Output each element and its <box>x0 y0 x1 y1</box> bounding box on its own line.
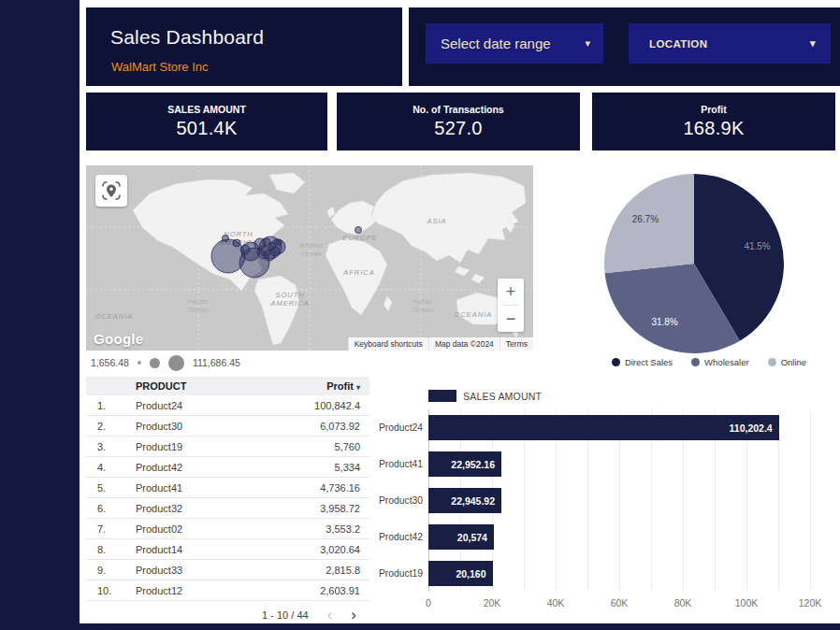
geo-bubble-map[interactable]: NORTHAMERICASOUTHAMERICAEUROPEAFRICAASIA… <box>86 165 533 351</box>
map-bubble[interactable] <box>223 236 229 242</box>
table-row[interactable]: 2.Product306,073.92 <box>86 416 369 437</box>
map-zoom-control: + − <box>498 279 524 332</box>
sort-desc-icon: ▾ <box>356 383 360 392</box>
table-row[interactable]: 5.Product414,736.16 <box>86 478 369 498</box>
x-axis-tick: 120K <box>799 597 822 609</box>
bar-row: 20,160 <box>428 555 826 592</box>
map-label-oceania: OCEANIA <box>455 310 493 319</box>
row-number: 6. <box>86 503 136 514</box>
table-row[interactable]: 6.Product323,958.72 <box>86 498 369 519</box>
google-logo[interactable]: Google <box>94 331 143 347</box>
bar-category-label: Product30 <box>379 482 426 519</box>
bar-value-label: 22,952.16 <box>451 459 495 470</box>
bar-row: 22,952.16 <box>428 446 826 482</box>
bar-category-label: Product19 <box>379 555 426 592</box>
bar-category-label: Product24 <box>379 409 426 446</box>
profit-cell: 2,815.8 <box>283 565 369 576</box>
kpi-value: 527.0 <box>434 118 483 139</box>
sales-dashboard: Sales Dashboard WalMart Store Inc Select… <box>0 0 840 630</box>
table-row[interactable]: 8.Product143,020.64 <box>86 539 369 560</box>
row-number: 2. <box>86 421 136 432</box>
kpi-sales-amount: SALES AMOUNT 501.4K <box>86 93 327 150</box>
product-cell: Product33 <box>136 565 283 576</box>
kpi-transactions: No. of Transactions 527.0 <box>337 93 580 150</box>
series-label: SALES AMOUNT <box>463 391 542 402</box>
map-bubble[interactable] <box>233 239 240 247</box>
product-cell: Product32 <box>136 503 283 514</box>
page-title: Sales Dashboard <box>110 26 264 49</box>
bar-product42[interactable]: 20,574 <box>428 524 494 550</box>
map-label-atlantic-ocean: AtlanticOcean <box>298 242 324 257</box>
map-label-pacific-ocean: PacificOcean <box>187 298 210 313</box>
sidebar-accent-bar <box>0 0 80 630</box>
map-label-africa: AFRICA <box>342 268 375 277</box>
bar-category-axis: Product24Product41Product30Product42Prod… <box>379 409 426 592</box>
next-page-button[interactable]: › <box>351 606 356 624</box>
product-column-header[interactable]: PRODUCT <box>136 380 283 392</box>
x-axis-tick: 40K <box>547 597 565 609</box>
legend-dot-icon <box>612 358 620 366</box>
table-row[interactable]: 4.Product425,334 <box>86 457 369 478</box>
profit-cell: 4,736.16 <box>283 482 369 494</box>
profit-cell: 3,958.72 <box>283 503 369 514</box>
legend-dot-icon <box>768 358 776 366</box>
header-filter-panel: Select date range ▾ LOCATION ▾ <box>409 7 840 86</box>
bar-product41[interactable]: 22,952.16 <box>428 451 501 477</box>
row-number: 4. <box>86 462 136 473</box>
x-axis-tick: 60K <box>611 597 629 609</box>
bar-value-label: 110,202.4 <box>730 422 773 434</box>
kpi-value: 501.4K <box>176 118 237 139</box>
table-row[interactable]: 3.Product195,760 <box>86 437 369 457</box>
bar-row: 22,945.92 <box>428 482 826 519</box>
pie-legend-item-online[interactable]: Online <box>768 357 806 367</box>
profit-cell: 6,073.92 <box>283 421 369 432</box>
map-bubble[interactable] <box>268 242 276 250</box>
zoom-in-button[interactable]: + <box>498 279 524 305</box>
table-row[interactable]: 1.Product24100,842.4 <box>86 395 369 416</box>
date-range-dropdown[interactable]: Select date range ▾ <box>426 23 603 64</box>
pan-to-location-button[interactable] <box>95 175 127 207</box>
table-header-row: PRODUCT Profit▾ <box>86 377 369 395</box>
pie-legend-item-direct-sales[interactable]: Direct Sales <box>612 357 673 367</box>
kpi-label: SALES AMOUNT <box>167 104 246 115</box>
large-bubble-icon <box>168 355 184 371</box>
product-cell: Product42 <box>136 462 283 473</box>
bubble-size-legend: 1,656.48 111,686.45 <box>91 353 240 372</box>
bar-row: 110,202.4 <box>428 409 826 446</box>
pie-slice-value-label: 26.7% <box>632 214 659 224</box>
location-pin-icon <box>100 179 123 202</box>
profit-by-product-table: PRODUCT Profit▾ 1.Product24100,842.42.Pr… <box>86 377 369 601</box>
row-number: 8. <box>86 544 136 555</box>
bar-product19[interactable]: 20,160 <box>428 561 493 586</box>
product-cell: Product14 <box>136 544 283 555</box>
pie-slice-value-label: 31.8% <box>651 317 677 327</box>
table-row[interactable]: 7.Product023,553.2 <box>86 519 369 539</box>
product-cell: Product30 <box>136 421 283 432</box>
world-map: NORTHAMERICASOUTHAMERICAEUROPEAFRICAASIA… <box>86 165 533 351</box>
previous-page-button[interactable]: ‹ <box>327 606 333 624</box>
map-bubble[interactable] <box>355 227 362 234</box>
bar-value-label: 22,945.92 <box>451 495 495 507</box>
bar-product24[interactable]: 110,202.4 <box>428 415 779 440</box>
product-cell: Product24 <box>136 400 283 411</box>
table-row[interactable]: 9.Product332,815.8 <box>86 560 369 580</box>
row-number: 7. <box>86 523 136 535</box>
map-label-europe: EUROPE <box>342 234 378 242</box>
pie-legend-item-wholesaler[interactable]: Wholesaler <box>691 357 749 367</box>
profit-column-header[interactable]: Profit▾ <box>283 380 369 392</box>
map-bubble[interactable] <box>276 239 282 245</box>
product-cell: Product12 <box>136 585 283 596</box>
x-axis-tick: 20K <box>484 597 501 609</box>
location-dropdown[interactable]: LOCATION ▾ <box>629 23 831 64</box>
bar-product30[interactable]: 22,945.92 <box>428 488 501 513</box>
zoom-out-button[interactable]: − <box>498 306 524 332</box>
terms-link[interactable]: Terms <box>500 337 533 351</box>
sales-channel-pie-chart: 41.5%31.8%26.7% Direct SalesWholesalerOn… <box>578 165 840 379</box>
keyboard-shortcuts-link[interactable]: Keyboard shortcuts <box>348 337 428 351</box>
row-number: 3. <box>86 441 136 452</box>
bar-row: 20,574 <box>428 519 826 555</box>
table-row[interactable]: 10.Product122,603.91 <box>86 580 369 601</box>
location-label: LOCATION <box>649 38 707 50</box>
map-bubble[interactable] <box>240 245 250 254</box>
footer-accent-bar <box>80 623 840 630</box>
